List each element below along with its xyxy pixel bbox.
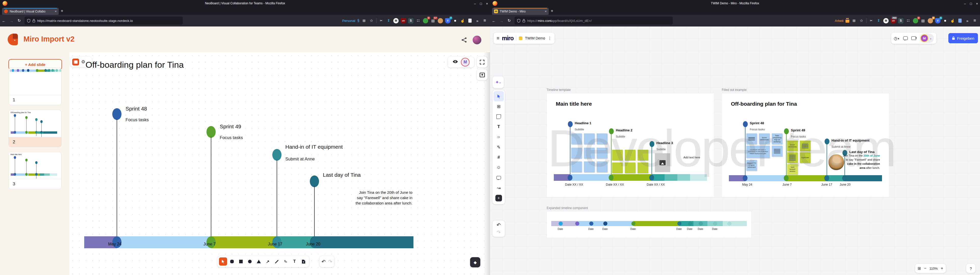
milestone-dot[interactable] [784,128,789,134]
bookmark-star-icon[interactable]: ☆ [859,18,864,24]
timeline-bar[interactable] [551,221,747,226]
milestone-dot[interactable] [568,121,573,127]
minimize-button[interactable]: – [964,2,966,6]
text-tool[interactable]: T [290,258,299,266]
download-extension-icon[interactable]: ↧ [386,18,391,24]
milestone-dot[interactable] [609,128,614,134]
image-placeholder[interactable] [655,153,670,172]
lock-icon[interactable] [522,19,525,22]
m-extension-icon[interactable]: M [883,18,889,24]
new-tab-button[interactable]: + [61,8,63,14]
connector-tool[interactable]: ↝ [493,183,504,193]
ellipse-tool[interactable] [246,258,254,266]
eye-icon[interactable] [452,60,458,65]
share-button[interactable]: Freigeben [948,33,978,43]
milestone-title[interactable]: Sprint 48 [750,121,764,125]
sticky-note[interactable] [772,145,783,156]
sticky-note[interactable] [612,150,623,160]
milestone-subtitle[interactable]: Subtitle [575,128,584,131]
line-tool[interactable] [272,258,281,266]
sticky-note[interactable] [746,133,757,144]
tab-miro[interactable]: m TWIM Demo - Miro × [492,8,549,15]
shapes-tool[interactable]: □○ [493,132,504,142]
hamburger-menu-icon[interactable]: ≡ [482,18,487,24]
avatar-pill[interactable]: M ⌄ [920,33,934,43]
new-tab-button[interactable]: + [551,8,553,14]
s-extension-icon[interactable]: S [898,18,904,24]
sticky-note[interactable] [584,133,595,144]
timeline-dot[interactable] [589,221,593,226]
templates-tool[interactable]: ⊞ [493,101,504,112]
frame-title[interactable]: Main title here [556,101,592,107]
ublock-icon[interactable]: uO [401,18,406,24]
milestone-title[interactable]: Hand-in of IT equipment [832,139,870,142]
timeline-bar[interactable] [729,175,882,181]
frame-label[interactable]: Filled out example [722,88,746,92]
maximize-button[interactable]: □ [480,2,482,6]
grid-icon[interactable]: ⊞ [361,18,367,24]
back-button[interactable]: ← [490,19,498,23]
collaborator-avatar[interactable]: M [461,58,469,66]
undo-button[interactable]: ↶ [321,259,326,265]
milestone-dot[interactable] [824,139,829,144]
hamburger-menu-icon[interactable]: ≡ [972,18,977,24]
select-tool[interactable] [493,91,504,101]
sticky-note[interactable] [597,148,608,158]
milestone-dot[interactable] [112,108,121,120]
overflow-chevron-icon[interactable]: » [475,18,480,24]
extensions-puzzle-icon[interactable]: ∷ [905,18,911,24]
tab-close-icon[interactable]: × [545,9,547,13]
import-image-button[interactable] [477,70,487,80]
back-button[interactable]: ← [0,19,8,23]
close-button[interactable]: × [976,2,978,6]
timeline-dot[interactable] [677,221,681,226]
close-button[interactable]: × [486,2,488,6]
timeline-dot[interactable] [727,221,732,226]
sticky-note[interactable]: Scrum ceremonies [787,141,798,151]
select-tool[interactable] [219,258,227,266]
list-extension-icon[interactable]: ▤ 17 [430,18,436,24]
overflow-chevron-icon[interactable]: » [965,18,970,24]
sticky-note-tool[interactable] [493,112,504,122]
navigate-diamond-button[interactable]: ◆ [470,257,480,267]
user-avatar[interactable]: M [921,34,928,42]
frame-expanded-timeline[interactable]: Date Date Date Date Date Date Date Date [547,211,751,238]
sticky-note[interactable]: Team farewell session [787,164,798,175]
sticky-note[interactable]: Support PO in sprint refinement [746,160,757,171]
url-text[interactable]: https://matrix-neoboard-standalone.neoto… [37,19,133,23]
slide-thumbnail-1[interactable]: 1 [8,68,62,105]
rounded-rect-tool[interactable] [228,258,236,266]
redo-button[interactable]: ↷ [328,259,332,265]
grid-icon[interactable]: ⊞ [851,18,857,24]
sticky-note[interactable] [787,152,798,163]
timeline-dot[interactable] [603,221,608,226]
undo-button[interactable]: ↶ [496,222,501,228]
facilitation-tools-icon[interactable]: ◷✦ [894,36,900,41]
sticky-note[interactable]: Coordinate with team e-commerce on new n… [746,145,770,158]
frame-label[interactable]: Expanded timeline component [547,206,588,210]
reload-button[interactable]: ↻ [505,18,513,23]
milestone-subtitle[interactable]: Focus tasks [750,128,765,131]
milestone-subtitle[interactable]: Submit at Anne [285,156,315,162]
frame-timeline-template[interactable]: Main title here Headline 1 Subtitle Head… [547,93,714,197]
board-name[interactable]: TWIM Demo [525,36,545,40]
lock-icon[interactable] [32,19,35,22]
page-extension-icon[interactable] [467,18,473,24]
fullscreen-button[interactable] [477,57,487,68]
board-title[interactable]: Off-boarding plan for Tina [86,60,184,70]
green-extension-icon[interactable]: 2 [913,18,918,24]
sticky-note[interactable]: Scrum ceremonies [759,133,770,144]
sticky-note[interactable] [625,150,635,160]
video-chat-icon[interactable] [912,36,916,40]
screenshot-extension-icon[interactable]: ✂ [869,18,874,24]
settings-gear-icon[interactable]: ⚙ [81,59,85,65]
vault-extension-icon[interactable]: V 7 [445,18,450,24]
share-icon[interactable] [461,37,467,44]
reactions-icon[interactable] [903,36,908,40]
milestone-title[interactable]: Sprint 49 [220,123,241,130]
board-menu-dots-icon[interactable]: ⋮ [548,36,552,41]
add-more-tool[interactable]: + [493,193,504,203]
timeline-dot[interactable] [558,221,563,226]
sticky-note[interactable] [638,163,648,173]
tab-close-icon[interactable]: × [55,9,57,13]
